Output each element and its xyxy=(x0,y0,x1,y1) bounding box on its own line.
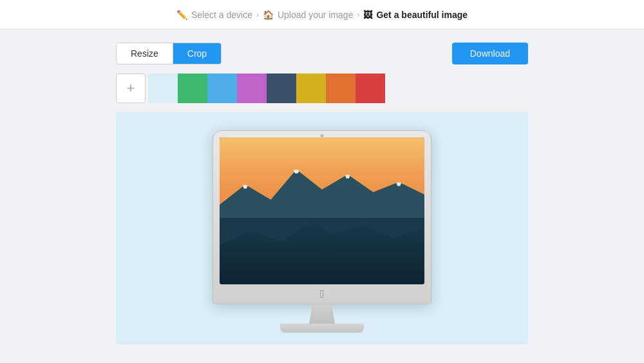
breadcrumb-arrow-1: › xyxy=(256,10,259,19)
imac-screen-inner xyxy=(220,137,424,284)
breadcrumb-label-select-device: Select a device xyxy=(191,10,252,20)
imac-stand-base xyxy=(280,324,364,333)
preview-area:  xyxy=(116,112,528,344)
mountain-front-layer xyxy=(220,218,424,284)
download-button[interactable]: Download xyxy=(452,43,528,64)
imac-screen xyxy=(220,137,424,284)
swatch-2[interactable] xyxy=(207,74,237,103)
imac-chin:  xyxy=(213,284,431,304)
swatch-5[interactable] xyxy=(296,74,326,103)
swatch-0[interactable] xyxy=(148,74,178,103)
add-swatch-button[interactable]: + xyxy=(116,74,146,103)
swatches-row: + xyxy=(116,74,528,103)
breadcrumb-label-upload-image: Upload your image xyxy=(278,10,354,20)
upload-icon: 🏠 xyxy=(263,10,274,20)
swatch-7[interactable] xyxy=(355,74,385,103)
imac-stand-neck xyxy=(306,304,338,324)
breadcrumb-step-select-device[interactable]: ✏️ Select a device xyxy=(176,10,252,20)
breadcrumb: ✏️ Select a device › 🏠 Upload your image… xyxy=(176,10,468,20)
imac-body:  xyxy=(213,130,431,304)
mode-toggle-group: Resize Crop xyxy=(116,43,222,64)
breadcrumb-bar: ✏️ Select a device › 🏠 Upload your image… xyxy=(0,0,644,30)
swatch-3[interactable] xyxy=(237,74,267,103)
breadcrumb-arrow-2: › xyxy=(357,10,359,19)
swatch-6[interactable] xyxy=(326,74,355,103)
resize-button[interactable]: Resize xyxy=(117,43,173,64)
breadcrumb-label-beautiful-image: Get a beautiful image xyxy=(376,10,468,20)
swatch-1[interactable] xyxy=(178,74,207,103)
edit-icon: ✏️ xyxy=(176,10,187,20)
breadcrumb-step-upload-image[interactable]: 🏠 Upload your image xyxy=(263,10,354,20)
toolbar: Resize Crop Download xyxy=(116,43,528,64)
swatch-4[interactable] xyxy=(267,74,296,103)
image-icon: 🖼 xyxy=(363,10,372,20)
main-content: Resize Crop Download + xyxy=(0,30,644,357)
breadcrumb-step-beautiful-image[interactable]: 🖼 Get a beautiful image xyxy=(363,10,468,20)
plus-icon: + xyxy=(127,80,135,97)
crop-button[interactable]: Crop xyxy=(173,43,221,64)
apple-logo-icon:  xyxy=(320,288,325,301)
imac-mockup:  xyxy=(213,130,431,333)
